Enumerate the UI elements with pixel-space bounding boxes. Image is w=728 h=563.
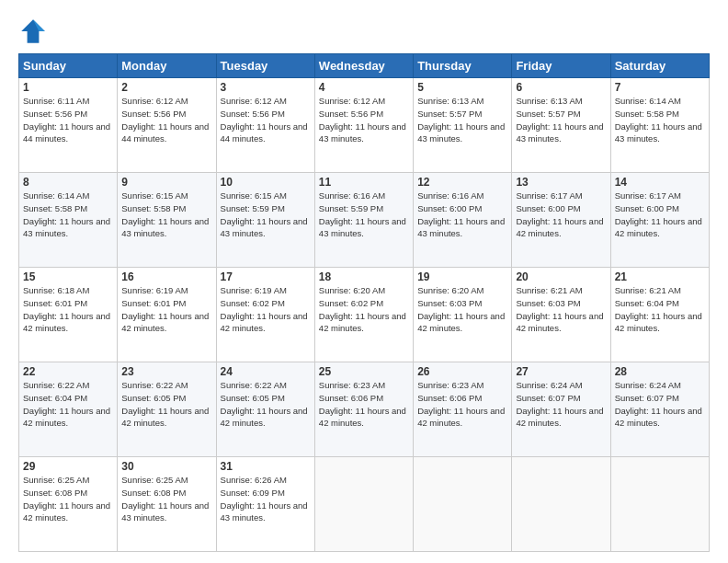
calendar-cell: 18Sunrise: 6:20 AMSunset: 6:02 PMDayligh… — [314, 268, 413, 362]
day-info: Sunrise: 6:16 AMSunset: 6:00 PMDaylight:… — [417, 190, 507, 240]
sunset-text: Sunset: 6:08 PM — [121, 487, 211, 500]
day-info: Sunrise: 6:23 AMSunset: 6:06 PMDaylight:… — [319, 379, 409, 430]
calendar-cell: 14Sunrise: 6:17 AMSunset: 6:00 PMDayligh… — [610, 173, 709, 268]
day-info: Sunrise: 6:12 AMSunset: 5:56 PMDaylight:… — [221, 95, 311, 145]
calendar-row: 8Sunrise: 6:14 AMSunset: 5:58 PMDaylight… — [19, 173, 710, 268]
calendar-cell: 23Sunrise: 6:22 AMSunset: 6:05 PMDayligh… — [118, 362, 216, 457]
daylight-text: Daylight: 11 hours and 42 minutes. — [417, 310, 507, 336]
daylight-text: Daylight: 11 hours and 44 minutes. — [121, 121, 211, 146]
calendar-row: 29Sunrise: 6:25 AMSunset: 6:08 PMDayligh… — [19, 457, 710, 552]
day-info: Sunrise: 6:25 AMSunset: 6:08 PMDaylight:… — [23, 474, 113, 524]
day-info: Sunrise: 6:25 AMSunset: 6:08 PMDaylight:… — [121, 474, 211, 524]
day-number: 25 — [319, 365, 409, 378]
sunset-text: Sunset: 5:59 PM — [319, 202, 409, 215]
calendar-cell: 15Sunrise: 6:18 AMSunset: 6:01 PMDayligh… — [19, 268, 118, 362]
sunrise-text: Sunrise: 6:15 AM — [121, 190, 211, 202]
calendar-cell: 24Sunrise: 6:22 AMSunset: 6:05 PMDayligh… — [216, 362, 314, 457]
daylight-text: Daylight: 11 hours and 42 minutes. — [121, 310, 211, 336]
day-number: 20 — [516, 270, 606, 283]
calendar-cell: 11Sunrise: 6:16 AMSunset: 5:59 PMDayligh… — [314, 173, 413, 268]
day-header-wednesday: Wednesday — [314, 54, 413, 78]
daylight-text: Daylight: 11 hours and 43 minutes. — [516, 121, 606, 146]
day-number: 30 — [121, 460, 211, 473]
calendar-cell: 25Sunrise: 6:23 AMSunset: 6:06 PMDayligh… — [314, 362, 413, 457]
day-info: Sunrise: 6:26 AMSunset: 6:09 PMDaylight:… — [221, 474, 311, 524]
sunset-text: Sunset: 5:56 PM — [221, 108, 311, 121]
day-number: 21 — [615, 270, 705, 283]
sunrise-text: Sunrise: 6:12 AM — [121, 95, 211, 108]
calendar-cell: 27Sunrise: 6:24 AMSunset: 6:07 PMDayligh… — [512, 362, 610, 457]
day-headers-row: SundayMondayTuesdayWednesdayThursdayFrid… — [19, 54, 710, 78]
day-header-monday: Monday — [118, 54, 216, 78]
daylight-text: Daylight: 11 hours and 44 minutes. — [221, 121, 311, 146]
sunrise-text: Sunrise: 6:24 AM — [516, 379, 606, 392]
sunrise-text: Sunrise: 6:19 AM — [221, 284, 311, 297]
daylight-text: Daylight: 11 hours and 43 minutes. — [221, 500, 311, 525]
day-header-tuesday: Tuesday — [216, 54, 314, 78]
calendar-cell: 29Sunrise: 6:25 AMSunset: 6:08 PMDayligh… — [19, 457, 118, 552]
daylight-text: Daylight: 11 hours and 42 minutes. — [121, 405, 211, 431]
day-info: Sunrise: 6:22 AMSunset: 6:05 PMDaylight:… — [121, 379, 211, 430]
day-info: Sunrise: 6:13 AMSunset: 5:57 PMDaylight:… — [417, 95, 507, 145]
calendar-row: 15Sunrise: 6:18 AMSunset: 6:01 PMDayligh… — [19, 268, 710, 362]
calendar-cell: 9Sunrise: 6:15 AMSunset: 5:58 PMDaylight… — [118, 173, 216, 268]
calendar-cell: 22Sunrise: 6:22 AMSunset: 6:04 PMDayligh… — [19, 362, 118, 457]
calendar-cell: 6Sunrise: 6:13 AMSunset: 5:57 PMDaylight… — [512, 78, 610, 173]
sunrise-text: Sunrise: 6:20 AM — [417, 284, 507, 297]
daylight-text: Daylight: 11 hours and 43 minutes. — [417, 121, 507, 146]
day-info: Sunrise: 6:14 AMSunset: 5:58 PMDaylight:… — [615, 95, 705, 145]
sunrise-text: Sunrise: 6:23 AM — [319, 379, 409, 392]
daylight-text: Daylight: 11 hours and 43 minutes. — [417, 215, 507, 241]
daylight-text: Daylight: 11 hours and 42 minutes. — [23, 405, 113, 431]
daylight-text: Daylight: 11 hours and 42 minutes. — [516, 215, 606, 241]
day-info: Sunrise: 6:19 AMSunset: 6:01 PMDaylight:… — [121, 284, 211, 335]
day-number: 31 — [221, 460, 311, 473]
calendar-cell: 1Sunrise: 6:11 AMSunset: 5:56 PMDaylight… — [19, 78, 118, 173]
calendar-cell: 16Sunrise: 6:19 AMSunset: 6:01 PMDayligh… — [118, 268, 216, 362]
daylight-text: Daylight: 11 hours and 42 minutes. — [516, 405, 606, 431]
sunrise-text: Sunrise: 6:21 AM — [516, 284, 606, 297]
day-info: Sunrise: 6:12 AMSunset: 5:56 PMDaylight:… — [121, 95, 211, 145]
sunset-text: Sunset: 6:05 PM — [121, 392, 211, 405]
day-info: Sunrise: 6:22 AMSunset: 6:05 PMDaylight:… — [221, 379, 311, 430]
daylight-text: Daylight: 11 hours and 42 minutes. — [615, 215, 705, 241]
sunset-text: Sunset: 6:01 PM — [121, 297, 211, 310]
sunset-text: Sunset: 6:07 PM — [516, 392, 606, 405]
day-number: 24 — [221, 365, 311, 378]
calendar-cell — [512, 457, 610, 552]
day-info: Sunrise: 6:23 AMSunset: 6:06 PMDaylight:… — [417, 379, 507, 430]
daylight-text: Daylight: 11 hours and 43 minutes. — [121, 215, 211, 241]
sunrise-text: Sunrise: 6:25 AM — [121, 474, 211, 487]
daylight-text: Daylight: 11 hours and 42 minutes. — [417, 405, 507, 431]
day-number: 11 — [319, 176, 409, 189]
sunrise-text: Sunrise: 6:23 AM — [417, 379, 507, 392]
calendar-row: 1Sunrise: 6:11 AMSunset: 5:56 PMDaylight… — [19, 78, 710, 173]
sunrise-text: Sunrise: 6:12 AM — [319, 95, 409, 108]
day-number: 18 — [319, 270, 409, 283]
day-info: Sunrise: 6:16 AMSunset: 5:59 PMDaylight:… — [319, 190, 409, 240]
sunset-text: Sunset: 6:00 PM — [417, 202, 507, 215]
sunrise-text: Sunrise: 6:13 AM — [417, 95, 507, 108]
day-header-sunday: Sunday — [19, 54, 118, 78]
calendar-cell — [314, 457, 413, 552]
calendar-cell: 10Sunrise: 6:15 AMSunset: 5:59 PMDayligh… — [216, 173, 314, 268]
daylight-text: Daylight: 11 hours and 43 minutes. — [615, 121, 705, 146]
sunset-text: Sunset: 5:58 PM — [121, 202, 211, 215]
sunrise-text: Sunrise: 6:17 AM — [615, 190, 705, 202]
day-number: 12 — [417, 176, 507, 189]
header — [18, 17, 710, 46]
sunrise-text: Sunrise: 6:16 AM — [417, 190, 507, 202]
sunset-text: Sunset: 6:05 PM — [221, 392, 311, 405]
day-number: 9 — [121, 176, 211, 189]
daylight-text: Daylight: 11 hours and 42 minutes. — [23, 310, 113, 336]
sunrise-text: Sunrise: 6:15 AM — [221, 190, 311, 202]
day-number: 6 — [516, 81, 606, 94]
day-number: 26 — [417, 365, 507, 378]
sunrise-text: Sunrise: 6:12 AM — [221, 95, 311, 108]
sunrise-text: Sunrise: 6:13 AM — [516, 95, 606, 108]
day-number: 4 — [319, 81, 409, 94]
sunrise-text: Sunrise: 6:25 AM — [23, 474, 113, 487]
sunset-text: Sunset: 5:58 PM — [23, 202, 113, 215]
day-number: 15 — [23, 270, 113, 283]
calendar-cell: 12Sunrise: 6:16 AMSunset: 6:00 PMDayligh… — [414, 173, 512, 268]
